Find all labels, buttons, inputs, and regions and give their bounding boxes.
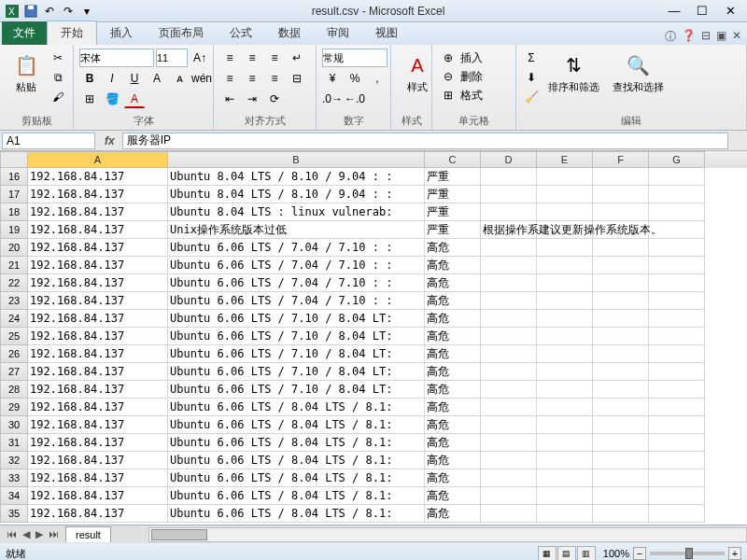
cell[interactable]: Ubuntu 6.06 LTS / 8.04 LTS / 8.1: <box>168 469 425 487</box>
maximize-button[interactable]: ☐ <box>689 3 715 20</box>
row-header[interactable]: 26 <box>0 345 28 363</box>
cell[interactable] <box>537 381 593 399</box>
border-icon[interactable]: ⊞ <box>79 90 100 108</box>
cell[interactable]: 192.168.84.137 <box>28 416 168 434</box>
cell[interactable]: 严重 <box>425 168 481 186</box>
cell[interactable] <box>537 310 593 328</box>
insert-cell-icon[interactable]: ⊕ <box>438 49 458 67</box>
cell[interactable]: Ubuntu 6.06 LTS / 7.04 / 7.10 : : <box>168 257 425 274</box>
horizontal-scrollbar[interactable] <box>148 527 747 542</box>
cell[interactable] <box>537 399 593 416</box>
cell[interactable]: 高危 <box>425 452 481 469</box>
cell[interactable] <box>481 168 537 186</box>
bold-button[interactable]: B <box>79 69 100 88</box>
cell[interactable]: 根据操作系建议更新操作系统版本。 <box>481 221 537 239</box>
fill-icon[interactable]: ⬇ <box>522 68 541 87</box>
cell[interactable] <box>649 505 705 523</box>
col-header-G[interactable]: G <box>649 151 705 168</box>
cell[interactable]: Ubuntu 6.06 LTS / 8.04 LTS / 8.1: <box>168 399 425 416</box>
cell[interactable] <box>537 505 593 523</box>
tab-insert[interactable]: 插入 <box>97 21 146 45</box>
cell[interactable]: Ubuntu 6.06 LTS / 7.04 / 7.10 : : <box>168 239 425 257</box>
paste-button[interactable]: 📋 粘贴 <box>6 49 47 96</box>
cell[interactable] <box>593 203 649 221</box>
cell[interactable] <box>649 239 705 257</box>
insert-label[interactable]: 插入 <box>460 50 483 66</box>
tab-layout[interactable]: 页面布局 <box>146 21 217 45</box>
cell[interactable]: Ubuntu 6.06 LTS / 8.04 LTS / 8.1: <box>168 487 425 505</box>
row-header[interactable]: 28 <box>0 381 28 399</box>
cell[interactable]: 高危 <box>425 416 481 434</box>
zoom-thumb[interactable] <box>685 548 693 559</box>
cell[interactable]: 192.168.84.137 <box>28 292 168 310</box>
cell[interactable] <box>649 345 705 363</box>
cell[interactable] <box>481 434 537 452</box>
sheet-first-icon[interactable]: ⏮ <box>4 528 20 540</box>
cell[interactable] <box>481 310 537 328</box>
cell[interactable]: Ubuntu 6.06 LTS / 7.10 / 8.04 LT: <box>168 310 425 328</box>
format-painter-icon[interactable]: 🖌 <box>49 88 67 106</box>
row-header[interactable]: 27 <box>0 363 28 381</box>
close-button[interactable]: ✕ <box>717 3 743 20</box>
cell[interactable] <box>481 363 537 381</box>
name-box[interactable] <box>2 133 95 149</box>
cell[interactable]: 高危 <box>425 292 481 310</box>
cell[interactable] <box>537 345 593 363</box>
cell[interactable] <box>537 186 593 203</box>
format-label[interactable]: 格式 <box>460 88 483 104</box>
percent-icon[interactable]: % <box>345 69 365 88</box>
cell[interactable]: 192.168.84.137 <box>28 487 168 505</box>
cell[interactable] <box>481 487 537 505</box>
cell[interactable]: 高危 <box>425 487 481 505</box>
cell[interactable] <box>649 416 705 434</box>
cell[interactable]: Unix操作系统版本过低 <box>168 221 425 239</box>
tab-formulas[interactable]: 公式 <box>217 21 265 45</box>
delete-label[interactable]: 删除 <box>460 69 483 85</box>
cut-icon[interactable]: ✂ <box>49 49 67 67</box>
row-header[interactable]: 16 <box>0 168 28 186</box>
fx-icon[interactable]: fx <box>97 134 122 147</box>
cell[interactable] <box>593 257 649 274</box>
cell[interactable] <box>537 292 593 310</box>
cell[interactable] <box>537 363 593 381</box>
cell[interactable]: 高危 <box>425 399 481 416</box>
cell[interactable] <box>593 452 649 469</box>
cell[interactable]: 192.168.84.137 <box>28 381 168 399</box>
cell[interactable] <box>649 363 705 381</box>
cell[interactable] <box>537 487 593 505</box>
cell[interactable] <box>593 469 649 487</box>
minimize-ribbon-icon[interactable]: ⓘ <box>665 29 676 45</box>
row-header[interactable]: 31 <box>0 434 28 452</box>
cell[interactable]: 192.168.84.137 <box>28 221 168 239</box>
cell[interactable]: Ubuntu 6.06 LTS / 7.10 / 8.04 LT: <box>168 328 425 345</box>
redo-icon[interactable]: ↷ <box>60 3 77 20</box>
sheet-tab-result[interactable]: result <box>65 526 111 542</box>
help-icon[interactable]: ❓ <box>682 29 696 45</box>
hscroll-thumb[interactable] <box>151 529 207 540</box>
cell[interactable] <box>593 168 649 186</box>
select-all-corner[interactable] <box>0 151 28 168</box>
tab-review[interactable]: 审阅 <box>314 21 362 45</box>
cell[interactable] <box>481 274 537 292</box>
align-middle-icon[interactable]: ≡ <box>242 49 262 67</box>
cell[interactable]: 192.168.84.137 <box>28 257 168 274</box>
cell[interactable]: 192.168.84.137 <box>28 399 168 416</box>
cell[interactable]: Ubuntu 8.04 LTS / 8.10 / 9.04 : : <box>168 186 425 203</box>
fill-color-icon[interactable]: 🪣 <box>102 90 122 108</box>
tab-view[interactable]: 视图 <box>362 21 411 45</box>
row-header[interactable]: 29 <box>0 399 28 416</box>
italic-button[interactable]: I <box>102 69 122 88</box>
cell[interactable]: Ubuntu 6.06 LTS / 8.04 LTS / 8.1: <box>168 452 425 469</box>
cell[interactable] <box>593 328 649 345</box>
cell[interactable] <box>649 186 705 203</box>
cell[interactable] <box>649 381 705 399</box>
cell[interactable]: 192.168.84.137 <box>28 505 168 523</box>
cell[interactable] <box>481 257 537 274</box>
cell[interactable] <box>537 257 593 274</box>
cell[interactable]: 192.168.84.137 <box>28 434 168 452</box>
cell[interactable] <box>537 434 593 452</box>
cell[interactable] <box>481 452 537 469</box>
cell[interactable] <box>481 203 537 221</box>
find-select-button[interactable]: 🔍 查找和选择 <box>607 49 669 96</box>
indent-inc-icon[interactable]: ⇥ <box>242 90 262 108</box>
